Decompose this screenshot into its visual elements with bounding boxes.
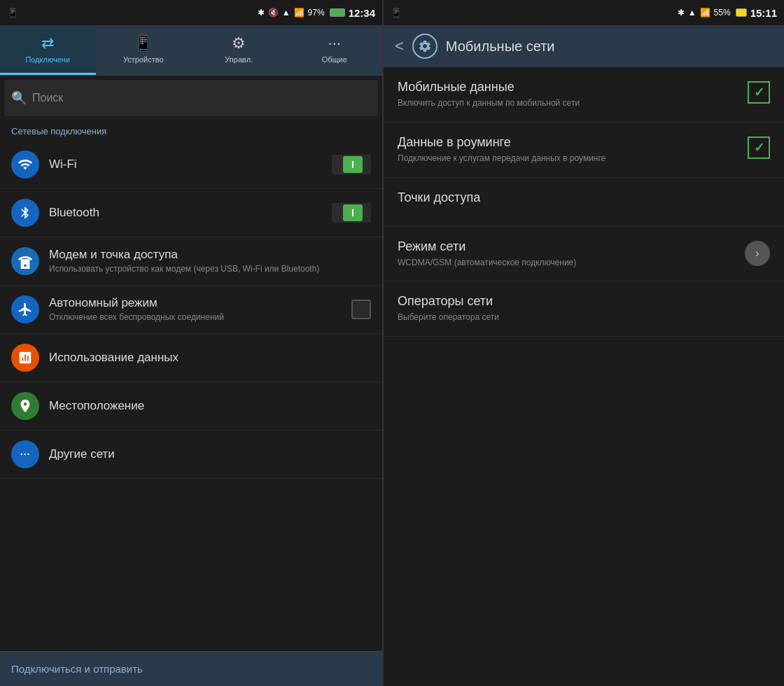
search-icon: 🔍	[11, 90, 27, 106]
roaming-subtitle: Подключение к услугам передачи данных в …	[398, 153, 748, 164]
mobile-data-content: Мобильные данные Включить доступ к данны…	[398, 80, 748, 109]
roaming-content: Данные в роуминге Подключение к услугам …	[398, 135, 748, 164]
modem-icon	[11, 247, 39, 275]
access-points-title: Точки доступа	[398, 190, 770, 205]
bluetooth-title: Bluetooth	[49, 206, 332, 220]
modem-subtitle: Использовать устройство как модем (через…	[49, 263, 371, 275]
modem-item[interactable]: Модем и точка доступа Использовать устро…	[0, 237, 382, 286]
network-mode-arrow[interactable]: ›	[745, 241, 770, 266]
bluetooth-icon	[11, 199, 39, 227]
mobile-data-title: Мобильные данные	[398, 80, 748, 94]
right-settings-list: Мобильные данные Включить доступ к данны…	[384, 67, 784, 686]
status-bar-left: 📱 ✱ 🔇 ▲ 📶 97% 12:34	[0, 0, 382, 25]
roaming-check[interactable]: ✓	[748, 136, 770, 159]
phone-icon: 📱	[7, 8, 18, 18]
status-right-right: ✱ ▲ 📶 55% 15:11	[678, 7, 777, 19]
battery-percent-left: 97%	[308, 8, 325, 18]
tab-manage[interactable]: ⚙ Управл.	[191, 25, 287, 75]
datausage-icon	[11, 344, 39, 372]
wifi-toggle-inner: I	[343, 156, 363, 173]
datausage-item[interactable]: Использование данных	[0, 334, 382, 382]
wifi-status-icon: ▲	[282, 8, 290, 18]
wifi-icon	[11, 150, 39, 178]
airplane-title: Автономный режим	[49, 296, 351, 310]
bottom-bar-label: Подключиться и отправить	[11, 663, 143, 675]
operators-content: Операторы сети Выберите оператора сети	[398, 294, 770, 323]
airplane-content: Автономный режим Отключение всех беспров…	[49, 296, 351, 323]
status-phone-icon-right: 📱	[391, 8, 402, 18]
othernets-icon: ···	[11, 440, 39, 468]
roaming-title: Данные в роуминге	[398, 135, 748, 150]
network-mode-item[interactable]: Режим сети WCDMA/GSM (автоматическое под…	[384, 227, 784, 282]
bottom-bar[interactable]: Подключиться и отправить	[0, 651, 382, 686]
roaming-checkmark: ✓	[754, 140, 764, 155]
manage-tab-icon: ⚙	[232, 34, 246, 52]
status-right-left: ✱ 🔇 ▲ 📶 97% 12:34	[258, 7, 375, 19]
battery-percent-right: 55%	[714, 8, 731, 18]
wifi-title: Wi-Fi	[49, 158, 332, 172]
mobile-data-check[interactable]: ✓	[748, 81, 770, 104]
signal-icon-right: 📶	[700, 8, 710, 18]
othernets-content: Другие сети	[49, 447, 371, 461]
datausage-content: Использование данных	[49, 351, 371, 365]
modem-title: Модем и точка доступа	[49, 248, 371, 262]
network-mode-content: Режим сети WCDMA/GSM (автоматическое под…	[398, 239, 745, 269]
tab-device[interactable]: 📱 Устройство	[96, 25, 192, 75]
location-item[interactable]: Местоположение	[0, 382, 382, 430]
roaming-item[interactable]: Данные в роуминге Подключение к услугам …	[384, 122, 784, 178]
location-title: Местоположение	[49, 399, 371, 413]
airplane-checkbox[interactable]	[351, 300, 371, 319]
othernets-title: Другие сети	[49, 447, 371, 461]
location-icon	[11, 392, 39, 420]
access-points-content: Точки доступа	[398, 190, 770, 208]
access-points-item[interactable]: Точки доступа	[384, 178, 784, 227]
modem-content: Модем и точка доступа Использовать устро…	[49, 248, 371, 275]
operators-title: Операторы сети	[398, 294, 770, 309]
tab-bar: ⇄ Подключени 📱 Устройство ⚙ Управл. ··· …	[0, 25, 382, 76]
operators-subtitle: Выберите оператора сети	[398, 312, 770, 323]
page-header-right: < Мобильные сети	[384, 25, 784, 67]
search-placeholder-text: Поиск	[32, 92, 63, 104]
wifi-content: Wi-Fi	[49, 158, 332, 172]
general-tab-icon: ···	[328, 34, 341, 52]
bluetooth-status-icon: ✱	[258, 8, 265, 18]
manage-tab-label: Управл.	[225, 55, 253, 64]
status-bar-right: 📱 ✱ ▲ 📶 55% 15:11	[384, 0, 784, 25]
battery-icon-left	[330, 8, 345, 17]
tab-connections[interactable]: ⇄ Подключени	[0, 25, 96, 75]
network-mode-title: Режим сети	[398, 239, 745, 254]
connections-tab-icon: ⇄	[41, 34, 54, 52]
wifi-item[interactable]: Wi-Fi I	[0, 141, 382, 189]
airplane-icon	[11, 295, 39, 323]
settings-list: Wi-Fi I Bluetooth I	[0, 141, 382, 651]
datausage-title: Использование данных	[49, 351, 371, 365]
mobile-data-item[interactable]: Мобильные данные Включить доступ к данны…	[384, 67, 784, 122]
signal-icon: 📶	[294, 8, 304, 18]
page-title: Мобильные сети	[446, 38, 555, 55]
chevron-right-icon: ›	[755, 247, 759, 260]
general-tab-label: Общие	[322, 55, 347, 64]
operators-item[interactable]: Операторы сети Выберите оператора сети	[384, 281, 784, 337]
airplane-item[interactable]: Автономный режим Отключение всех беспров…	[0, 286, 382, 334]
device-tab-label: Устройство	[123, 55, 164, 64]
connections-tab-label: Подключени	[25, 55, 70, 64]
tab-general[interactable]: ··· Общие	[287, 25, 383, 75]
back-button[interactable]: <	[395, 37, 404, 55]
bluetooth-toggle[interactable]: I	[332, 203, 371, 223]
bluetooth-toggle-inner: I	[343, 204, 363, 221]
bluetooth-icon-right: ✱	[678, 8, 685, 18]
battery-icon-right	[736, 8, 747, 17]
section-header-network: Сетевые подключения	[0, 120, 382, 141]
mobile-data-checkmark: ✓	[754, 85, 764, 100]
right-panel: 📱 ✱ ▲ 📶 55% 15:11 < Мобильные сети Мобил…	[384, 0, 784, 686]
time-right: 15:11	[750, 7, 777, 19]
bluetooth-content: Bluetooth	[49, 206, 332, 220]
airplane-subtitle: Отключение всех беспроводных соединений	[49, 312, 351, 323]
bluetooth-item[interactable]: Bluetooth I	[0, 189, 382, 237]
mobile-data-subtitle: Включить доступ к данным по мобильной се…	[398, 97, 748, 109]
othernets-item[interactable]: ··· Другие сети	[0, 430, 382, 479]
search-bar[interactable]: 🔍 Поиск	[4, 80, 378, 116]
left-panel: 📱 ✱ 🔇 ▲ 📶 97% 12:34 ⇄ Подключени 📱 Устро…	[0, 0, 384, 686]
wifi-toggle[interactable]: I	[332, 155, 371, 174]
device-tab-icon: 📱	[134, 34, 153, 52]
